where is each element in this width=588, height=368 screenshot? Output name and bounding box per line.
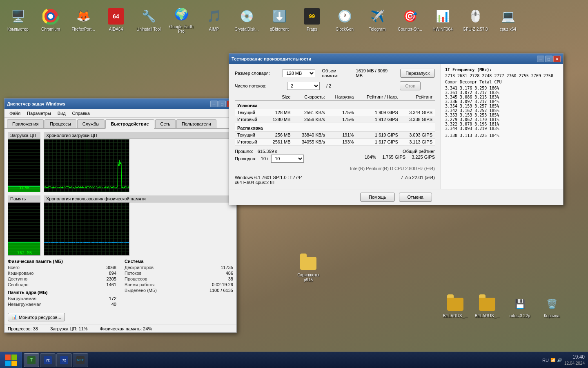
taskbar: T 7z 7z NET RU 📶 🔊 19:40 12.04.2024 [0, 352, 588, 368]
passes-section: Проходов: 10 / 10 [235, 155, 304, 163]
top-icon-hwinfo[interactable]: 📊 HWiNF064 [429, 7, 457, 31]
stat-threads-label: Потоков [125, 271, 142, 276]
clockgen-icon: 🕐 [335, 7, 354, 26]
desktop-icon-recycle[interactable]: 🗑️ Корзина [537, 294, 566, 320]
monitor-resources-button[interactable]: 📊 Монитор ресурсов... [8, 313, 65, 321]
stat-uptime-label: Время работы [125, 282, 155, 287]
desktop-icon-belarus1[interactable]: BELARUS_... [441, 294, 470, 320]
passes-label: Проходов: [235, 156, 256, 161]
chromium-label: Chromium [41, 27, 60, 31]
top-icon-fraps[interactable]: 99 Fraps [298, 7, 326, 31]
packing-current-rating: 3.344 GIPS [401, 109, 435, 116]
system-title: Система [125, 259, 233, 264]
col-size: Size [265, 94, 293, 101]
help-button[interactable]: Помощь [360, 193, 395, 202]
stat-commit: Выделено (МБ) 1100 / 6135 [125, 287, 233, 293]
taskbar-item-7z1[interactable]: 7z [40, 353, 56, 367]
taskbar-item-taskmanager[interactable]: T [24, 353, 39, 367]
overall-rating-label: Общий рейтинг [403, 149, 435, 154]
folder-icon-belarus1 [447, 296, 463, 312]
freq-row-2: 3.345 3.086 3.215 183% [445, 95, 559, 99]
hwinfo-icon: 📊 [433, 7, 452, 26]
stat-uptime-val: 0:02:19:26 [212, 282, 233, 287]
time-display: 19:40 [564, 354, 585, 361]
taskbar-item-7z2[interactable]: 7z [56, 353, 72, 367]
threads-select[interactable]: 2 [287, 82, 320, 90]
tab-applications[interactable]: Приложения [7, 119, 44, 128]
restart-button[interactable]: Перезапуск [400, 69, 435, 78]
dictionary-select[interactable]: 128 MB [283, 69, 315, 77]
stop-button[interactable]: Стоп [400, 81, 421, 90]
desktop-icon-rufus[interactable]: 💾 rufus-3.22p [506, 294, 534, 320]
physical-memory-title: Физическая память (МБ) [8, 259, 116, 264]
top-icon-chromium[interactable]: Chromium [37, 7, 65, 31]
zipbench-maximize[interactable]: □ [545, 56, 552, 62]
top-icon-googleearth[interactable]: 🌍 Google Earth Pro [167, 4, 195, 34]
mem-history-panel: Хронология использования физической памя… [44, 195, 233, 256]
freq-values: 2713 2681 2728 2748 2777 2760 2755 2769 … [445, 74, 559, 78]
menu-params[interactable]: Параметры [24, 110, 54, 117]
desktop-icon-screenshots[interactable]: Скриншотыp915 [294, 254, 323, 284]
top-icon-counterstrike[interactable]: 🎯 Counter-Str... [396, 7, 424, 31]
packing-total-size: 1280 MB [265, 116, 293, 123]
tab-performance[interactable]: Быстродействие [105, 119, 154, 129]
cancel-button[interactable]: Отмена [399, 193, 432, 202]
tab-processes[interactable]: Процессы [45, 119, 76, 128]
recycle-icon: 🗑️ [543, 296, 560, 312]
zipbench-close[interactable]: ✕ [553, 56, 561, 62]
menu-view[interactable]: Вид [54, 110, 69, 117]
tab-users[interactable]: Пользователи [176, 119, 216, 128]
unpacking-total-size: 2561 MB [265, 139, 293, 146]
top-icon-telegram[interactable]: ✈️ Telegram [363, 7, 391, 31]
freq-row-4: 3.354 3.159 3.257 185% [445, 104, 559, 108]
top-icon-aimp[interactable]: 🎵 AIMP [200, 7, 228, 31]
tab-network[interactable]: Сеть [155, 119, 176, 128]
packing-current-row: Текущий 128 MB 2561 KB/s 175% 1.909 GIPS… [235, 109, 435, 116]
tray-time: 19:40 12.04.2024 [564, 354, 585, 366]
googleearth-icon: 🌍 [172, 4, 191, 24]
unpacking-current-type: Текущий [235, 132, 265, 139]
stat-paged-val: 172 [109, 296, 116, 301]
menu-help[interactable]: Справка [69, 110, 93, 117]
stat-paged-label: Выгружаемая [8, 296, 36, 301]
monitor-icon: 📊 [11, 314, 17, 320]
hwinfo-label: HWiNF064 [433, 27, 453, 31]
tab-services[interactable]: Службы [77, 119, 105, 128]
stat-cached-label: Кэшировано [8, 271, 33, 276]
sys-info-left: Windows 6.1 7601 SP:1.0 : f:7744 x64 F.6… [235, 175, 303, 185]
unpacking-current-size: 256 MB [265, 132, 293, 139]
top-icon-aida64[interactable]: 64 AIDA64 [102, 7, 130, 31]
start-button[interactable] [0, 352, 22, 368]
packing-title: Упаковка [235, 101, 435, 109]
bench-left-panel: Размер словаря: 128 MB Объем памяти: 161… [229, 64, 441, 189]
cpu-meter-canvas [8, 139, 40, 192]
net-taskbar-icon: NET [76, 356, 85, 364]
top-icon-crystaldisk[interactable]: 💿 CrystalDisk... [233, 7, 261, 31]
aimp-icon: 🎵 [204, 7, 224, 26]
unpacking-total-type: Итоговый [235, 139, 265, 146]
threads-row: Число потоков: 2 / 2 Стоп [235, 81, 435, 90]
packing-total-row: Итоговый 1280 MB 2556 KB/s 175% 1.912 GI… [235, 116, 435, 123]
zipbench-minimize[interactable]: ─ [537, 56, 544, 62]
crystaldisk-label: CrystalDisk... [235, 27, 259, 31]
stat-processes-label: Процессов [125, 276, 147, 281]
top-icon-cpuz[interactable]: 💻 cpuz x64 [494, 7, 522, 31]
menu-file[interactable]: Файл [6, 110, 24, 117]
firefox-icon: 🦊 [74, 7, 93, 26]
top-icon-firefox[interactable]: 🦊 FirefoxPort... [69, 7, 97, 31]
top-icon-computer[interactable]: 🖥️ Компьютер [4, 7, 32, 31]
desktop-icon-belarus2[interactable]: BELARUS_... [473, 294, 501, 320]
top-icon-clockgen[interactable]: 🕐 ClockGen [331, 7, 359, 31]
unpacking-total-speed: 34055 KB/s [293, 139, 327, 146]
passes-select[interactable]: 10 [271, 155, 304, 163]
packing-header-row: Упаковка [235, 101, 435, 109]
maximize-button[interactable]: □ [218, 101, 226, 107]
physical-memory-section: Физическая память (МБ) Всего 3068 Кэширо… [8, 259, 116, 307]
top-icon-gpuz[interactable]: 🖱️ GPU-Z 2.57.0 [461, 7, 489, 31]
top-icon-uninstall[interactable]: 🔧 Uninstall Tool [135, 7, 163, 31]
top-icon-qbittorrent[interactable]: ⬇️ qBittorrent [265, 7, 293, 31]
task-manager-window: Диспетчер задач Windows ─ □ ✕ Файл Парам… [4, 98, 237, 333]
minimize-button[interactable]: ─ [210, 101, 218, 107]
stat-threads-val: 486 [226, 271, 233, 276]
taskbar-item-net[interactable]: NET [73, 353, 88, 367]
